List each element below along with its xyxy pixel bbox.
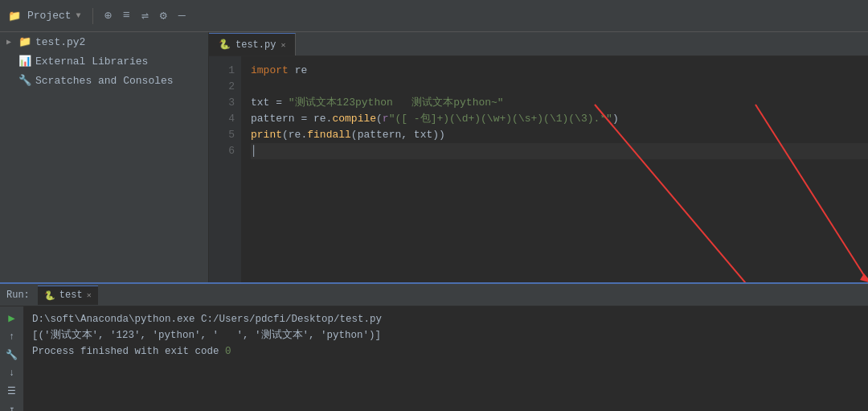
settings-icon[interactable]: ⚙ [160, 8, 167, 23]
toolbar-divider [92, 8, 93, 24]
code-line-6: │ [251, 143, 868, 159]
sync-icon[interactable]: ⇌ [141, 8, 149, 23]
folder-yellow-icon: 📁 [18, 35, 32, 48]
project-label: Project [27, 10, 72, 22]
wrench-button[interactable]: 🔧 [4, 349, 20, 361]
code-line-3: txt = "测试文本123python 测试文本python~" [251, 95, 868, 111]
run-tab-bar: Run: 🐍 test ✕ [0, 284, 868, 306]
sidebar: ▶ 📁 test.py2 📊 External Libraries 🔧 Scra… [0, 32, 209, 282]
minimize-icon[interactable]: — [178, 9, 186, 23]
tab-label: test.py [235, 39, 276, 51]
sidebar-item-scratches[interactable]: 🔧 Scratches and Consoles [0, 71, 208, 90]
ext-lib-icon: 📊 [18, 55, 32, 68]
code-content[interactable]: import re txt = "测试文本123python 测试文本pytho… [241, 56, 868, 282]
run-python-icon: 🐍 [44, 290, 55, 301]
keyword-import: import [251, 63, 289, 79]
sidebar-item-label: External Libraries [35, 55, 148, 68]
project-header[interactable]: 📁 Project ▼ [8, 10, 81, 23]
sidebar-item-external-libraries[interactable]: 📊 External Libraries [0, 51, 208, 71]
run-sidebar: ▶ ↑ 🔧 ↓ ☰ ↧ [0, 306, 24, 411]
module-re: re [295, 63, 308, 79]
line-num-5: 5 [209, 127, 235, 143]
project-dropdown-icon[interactable]: ▼ [76, 11, 81, 20]
exit-code: 0 [225, 346, 231, 357]
line-num-4: 4 [209, 111, 235, 127]
pin-button[interactable]: ☰ [4, 385, 20, 397]
toolbar-icons: ⊕ ≡ ⇌ ⚙ — [104, 8, 186, 23]
tab-bar: 🐍 test.py ✕ [209, 32, 868, 56]
run-output[interactable]: D:\soft\Anaconda\python.exe C:/Users/pdc… [24, 306, 868, 411]
output-line-4: Process finished with exit code 0 [32, 343, 860, 360]
output-line-2: [('测试文本', '123', 'python', ' ', '测试文本', … [32, 327, 860, 343]
line-num-1: 1 [209, 63, 235, 79]
code-editor[interactable]: 1 2 3 4 5 6 import re txt = [209, 56, 868, 282]
code-line-2 [251, 79, 868, 95]
scratches-icon: 🔧 [18, 74, 32, 87]
run-label: Run: [6, 290, 30, 301]
python-file-icon: 🐍 [219, 39, 231, 51]
output-line-1: D:\soft\Anaconda\python.exe C:/Users/pdc… [32, 311, 860, 327]
main-content: ▶ 📁 test.py2 📊 External Libraries 🔧 Scra… [0, 32, 868, 282]
scroll-up-button[interactable]: ↑ [4, 331, 20, 343]
run-tab-test[interactable]: 🐍 test ✕ [38, 286, 98, 305]
run-content: ▶ ↑ 🔧 ↓ ☰ ↧ D:\soft\Anaconda\python.exe … [0, 306, 868, 411]
line-numbers: 1 2 3 4 5 6 [209, 56, 241, 282]
play-button[interactable]: ▶ [4, 311, 20, 325]
code-line-5: print (re. findall (pattern, txt)) [251, 127, 868, 143]
scroll-down-button[interactable]: ↓ [4, 368, 20, 379]
line-num-2: 2 [209, 79, 235, 95]
close-panel-button[interactable]: ↧ [4, 404, 20, 411]
run-panel: Run: 🐍 test ✕ ▶ ↑ 🔧 ↓ ☰ ↧ D:\soft\Anacon… [0, 282, 868, 411]
line-num-3: 3 [209, 95, 235, 111]
toolbar: 📁 Project ▼ ⊕ ≡ ⇌ ⚙ — [0, 0, 868, 32]
globe-icon[interactable]: ⊕ [104, 8, 112, 23]
sidebar-item-testpy2[interactable]: ▶ 📁 test.py2 [0, 32, 208, 51]
sidebar-item-label: Scratches and Consoles [35, 75, 174, 87]
run-tab-label: test [59, 290, 83, 301]
sidebar-item-label: test.py2 [35, 36, 85, 48]
editor-area: 🐍 test.py ✕ 1 2 3 4 5 6 import re [209, 32, 868, 282]
editor-tab-testpy[interactable]: 🐍 test.py ✕ [209, 33, 296, 55]
tab-close-button[interactable]: ✕ [280, 40, 285, 50]
line-num-6: 6 [209, 143, 235, 159]
code-line-1: import re [251, 63, 868, 79]
code-line-4: pattern = re. compile ( r "([ -包]+)(\d+)… [251, 111, 868, 127]
run-tab-close[interactable]: ✕ [87, 290, 92, 300]
folder-icon: 📁 [8, 10, 21, 23]
arrow-icon: ▶ [6, 37, 18, 47]
list-icon[interactable]: ≡ [123, 9, 130, 23]
